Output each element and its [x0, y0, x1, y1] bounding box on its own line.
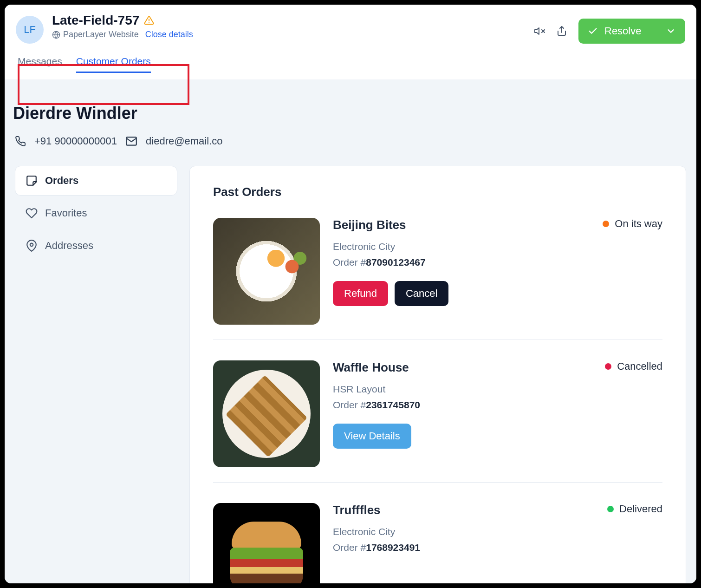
status-text: On its way: [615, 218, 662, 230]
order-title: Beijing Bites: [333, 218, 406, 232]
order-status: Cancelled: [605, 360, 662, 372]
tab-messages[interactable]: Messages: [18, 56, 62, 73]
sidebar-item-label: Orders: [45, 175, 78, 187]
order-body: Waffle HouseCancelledHSR LayoutOrder #23…: [333, 360, 662, 467]
mute-icon[interactable]: [534, 26, 545, 37]
content-area: Dierdre Windler +91 90000000001 diedre@e…: [5, 79, 696, 583]
share-icon[interactable]: [556, 26, 567, 37]
order-thumbnail: [213, 360, 320, 467]
order-card: Waffle HouseCancelledHSR LayoutOrder #23…: [213, 355, 662, 483]
order-meta: Electronic CityOrder #87090123467: [333, 239, 662, 270]
order-thumbnail: [213, 218, 320, 325]
sidebar-item-orders[interactable]: Orders: [15, 166, 177, 196]
customer-name: Dierdre Windler: [5, 92, 696, 123]
svg-point-1: [149, 22, 149, 23]
title-block: Late-Field-757 PaperLayer Website Close …: [52, 13, 534, 39]
resolve-button[interactable]: Resolve: [578, 19, 685, 44]
order-status: On its way: [603, 218, 662, 230]
resolve-label: Resolve: [604, 25, 641, 37]
cancel-button[interactable]: Cancel: [395, 281, 448, 306]
avatar-initials: LF: [24, 24, 36, 36]
svg-marker-3: [535, 28, 539, 34]
order-number: Order #87090123467: [333, 255, 662, 270]
mail-icon: [125, 135, 137, 147]
order-location: HSR Layout: [333, 381, 662, 397]
refund-button[interactable]: Refund: [333, 281, 388, 306]
status-dot-icon: [607, 506, 614, 512]
order-card: Beijing BitesOn its wayElectronic CityOr…: [213, 212, 662, 340]
note-icon: [26, 175, 38, 187]
order-meta: Electronic CityOrder #1768923491: [333, 524, 662, 555]
topbar: LF Late-Field-757 PaperLayer Website Clo…: [5, 5, 696, 44]
order-actions: View Details: [333, 424, 662, 449]
check-icon: [588, 26, 598, 36]
orders-list: Beijing BitesOn its wayElectronic CityOr…: [213, 212, 662, 583]
order-card: TruffflesDeliveredElectronic CityOrder #…: [213, 497, 662, 583]
status-text: Delivered: [619, 503, 662, 515]
source-label: PaperLayer Website: [52, 30, 139, 39]
close-details-link[interactable]: Close details: [145, 30, 193, 39]
panel-heading: Past Orders: [213, 185, 662, 199]
order-location: Electronic City: [333, 524, 662, 540]
order-number: Order #1768923491: [333, 540, 662, 555]
status-text: Cancelled: [617, 360, 662, 372]
phone-icon: [15, 136, 26, 147]
order-meta: HSR LayoutOrder #2361745870: [333, 381, 662, 412]
order-title: Waffle House: [333, 360, 409, 375]
contact-row: +91 90000000001 diedre@email.co: [5, 123, 696, 166]
order-thumbnail: [213, 503, 320, 583]
sidebar-item-label: Addresses: [45, 240, 93, 252]
order-status: Delivered: [607, 503, 662, 515]
conversation-avatar: LF: [16, 16, 44, 44]
chevron-down-icon: [666, 26, 676, 36]
conversation-title: Late-Field-757: [52, 13, 139, 28]
tab-row: Messages Customer Orders: [5, 44, 696, 79]
order-body: TruffflesDeliveredElectronic CityOrder #…: [333, 503, 662, 583]
order-actions: RefundCancel: [333, 281, 662, 306]
customer-phone: +91 90000000001: [34, 135, 117, 147]
customer-sidebar: Orders Favorites Addresses: [15, 166, 177, 263]
order-number: Order #2361745870: [333, 397, 662, 413]
tab-customer-orders[interactable]: Customer Orders: [76, 56, 151, 73]
source-text: PaperLayer Website: [63, 30, 139, 39]
heart-icon: [26, 207, 38, 219]
customer-email: diedre@email.co: [146, 135, 222, 147]
order-title: Trufffles: [333, 503, 381, 517]
app-window: LF Late-Field-757 PaperLayer Website Clo…: [5, 5, 696, 583]
order-body: Beijing BitesOn its wayElectronic CityOr…: [333, 218, 662, 325]
status-dot-icon: [605, 363, 611, 370]
orders-panel: Past Orders Beijing BitesOn its wayElect…: [189, 166, 686, 583]
sidebar-item-addresses[interactable]: Addresses: [15, 231, 177, 261]
globe-icon: [52, 31, 60, 39]
warning-icon: [144, 15, 154, 26]
sidebar-item-label: Favorites: [45, 207, 87, 219]
top-actions: Resolve: [534, 19, 685, 44]
status-dot-icon: [603, 221, 609, 227]
map-pin-icon: [26, 240, 38, 252]
view-details-button[interactable]: View Details: [333, 424, 411, 449]
order-location: Electronic City: [333, 239, 662, 255]
svg-point-7: [30, 243, 33, 247]
sidebar-item-favorites[interactable]: Favorites: [15, 198, 177, 228]
